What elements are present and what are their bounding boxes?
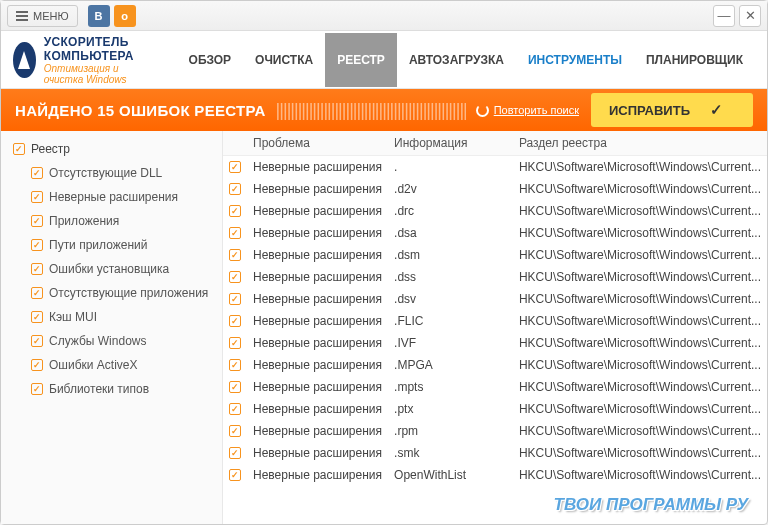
table-row[interactable]: Неверные расширения.dsvHKCU\Software\Mic… [223, 288, 767, 310]
table-row[interactable]: Неверные расширения.mptsHKCU\Software\Mi… [223, 376, 767, 398]
sidebar-item-label: Отсутствующие приложения [49, 286, 208, 300]
checkbox-icon[interactable] [229, 359, 241, 371]
minimize-button[interactable]: — [713, 5, 735, 27]
sidebar: Реестр Отсутствующие DLLНеверные расшире… [1, 131, 223, 524]
social-buttons: B o [88, 5, 136, 27]
table-row[interactable]: Неверные расширения.d2vHKCU\Software\Mic… [223, 178, 767, 200]
checkbox-icon[interactable] [229, 161, 241, 173]
table-row[interactable]: Неверные расширенияOpenWithListHKCU\Soft… [223, 464, 767, 486]
cell-problem: Неверные расширения [247, 376, 388, 398]
cell-section: HKCU\Software\Microsoft\Windows\Current.… [513, 354, 767, 376]
sidebar-header[interactable]: Реестр [1, 137, 222, 161]
results-panel: Проблема Информация Раздел реестра Невер… [223, 131, 767, 524]
sidebar-item[interactable]: Библиотеки типов [1, 377, 222, 401]
checkbox-icon[interactable] [229, 425, 241, 437]
checkbox-icon[interactable] [13, 143, 25, 155]
sidebar-item[interactable]: Кэш MUI [1, 305, 222, 329]
table-row[interactable]: Неверные расширения.drcHKCU\Software\Mic… [223, 200, 767, 222]
cell-problem: Неверные расширения [247, 200, 388, 222]
checkbox-icon[interactable] [31, 359, 43, 371]
sidebar-item[interactable]: Неверные расширения [1, 185, 222, 209]
checkbox-icon[interactable] [229, 271, 241, 283]
sidebar-item[interactable]: Ошибки установщика [1, 257, 222, 281]
table-row[interactable]: Неверные расширения.ptxHKCU\Software\Mic… [223, 398, 767, 420]
close-button[interactable]: ✕ [739, 5, 761, 27]
titlebar: МЕНЮ B o — ✕ [1, 1, 767, 31]
checkbox-icon[interactable] [31, 239, 43, 251]
window-controls: — ✕ [713, 5, 761, 27]
nav-tools[interactable]: ИНСТРУМЕНТЫ [516, 33, 634, 87]
table-row[interactable]: Неверные расширения.HKCU\Software\Micros… [223, 156, 767, 179]
cell-info: .mpts [388, 376, 513, 398]
sidebar-item-label: Библиотеки типов [49, 382, 149, 396]
table-row[interactable]: Неверные расширения.FLICHKCU\Software\Mi… [223, 310, 767, 332]
table-row[interactable]: Неверные расширения.smkHKCU\Software\Mic… [223, 442, 767, 464]
cell-info: .drc [388, 200, 513, 222]
table-row[interactable]: Неверные расширения.MPGAHKCU\Software\Mi… [223, 354, 767, 376]
checkbox-icon[interactable] [229, 249, 241, 261]
col-checkbox [223, 131, 247, 156]
nav-autostart[interactable]: АВТОЗАГРУЗКА [397, 33, 516, 87]
nav-overview[interactable]: ОБЗОР [177, 33, 244, 87]
cell-problem: Неверные расширения [247, 156, 388, 179]
checkbox-icon[interactable] [229, 205, 241, 217]
sidebar-item-label: Отсутствующие DLL [49, 166, 162, 180]
sidebar-item[interactable]: Отсутствующие приложения [1, 281, 222, 305]
sidebar-item[interactable]: Пути приложений [1, 233, 222, 257]
nav-registry[interactable]: РЕЕСТР [325, 33, 397, 87]
checkbox-icon[interactable] [229, 183, 241, 195]
repeat-search-link[interactable]: Повторить поиск [476, 104, 579, 117]
cell-problem: Неверные расширения [247, 178, 388, 200]
checkbox-icon[interactable] [229, 381, 241, 393]
sidebar-item[interactable]: Ошибки ActiveX [1, 353, 222, 377]
sidebar-item-label: Пути приложений [49, 238, 147, 252]
checkbox-icon[interactable] [31, 311, 43, 323]
sidebar-item[interactable]: Приложения [1, 209, 222, 233]
ok-button[interactable]: o [114, 5, 136, 27]
menu-button[interactable]: МЕНЮ [7, 5, 78, 27]
col-section[interactable]: Раздел реестра [513, 131, 767, 156]
nav-scheduler[interactable]: ПЛАНИРОВЩИК [634, 33, 755, 87]
checkbox-icon[interactable] [229, 293, 241, 305]
table-row[interactable]: Неверные расширения.dssHKCU\Software\Mic… [223, 266, 767, 288]
cell-problem: Неверные расширения [247, 398, 388, 420]
checkbox-icon[interactable] [229, 469, 241, 481]
cell-info: .IVF [388, 332, 513, 354]
checkbox-icon[interactable] [229, 315, 241, 327]
results-table: Проблема Информация Раздел реестра Невер… [223, 131, 767, 486]
checkbox-icon[interactable] [31, 335, 43, 347]
cell-section: HKCU\Software\Microsoft\Windows\Current.… [513, 288, 767, 310]
checkbox-icon[interactable] [31, 167, 43, 179]
cell-info: .dsm [388, 244, 513, 266]
table-row[interactable]: Неверные расширения.IVFHKCU\Software\Mic… [223, 332, 767, 354]
sidebar-item[interactable]: Отсутствующие DLL [1, 161, 222, 185]
table-row[interactable]: Неверные расширения.rpmHKCU\Software\Mic… [223, 420, 767, 442]
checkbox-icon[interactable] [229, 337, 241, 349]
cell-info: .MPGA [388, 354, 513, 376]
col-problem[interactable]: Проблема [247, 131, 388, 156]
checkbox-icon[interactable] [31, 215, 43, 227]
fix-button[interactable]: ИСПРАВИТЬ ✓ [591, 93, 753, 127]
vk-button[interactable]: B [88, 5, 110, 27]
cell-problem: Неверные расширения [247, 244, 388, 266]
checkbox-icon[interactable] [229, 447, 241, 459]
checkbox-icon[interactable] [31, 191, 43, 203]
fix-label: ИСПРАВИТЬ [609, 103, 690, 118]
checkbox-icon[interactable] [229, 227, 241, 239]
col-info[interactable]: Информация [388, 131, 513, 156]
cell-info: .d2v [388, 178, 513, 200]
sidebar-item[interactable]: Службы Windows [1, 329, 222, 353]
cell-section: HKCU\Software\Microsoft\Windows\Current.… [513, 398, 767, 420]
checkbox-icon[interactable] [31, 383, 43, 395]
table-row[interactable]: Неверные расширения.dsaHKCU\Software\Mic… [223, 222, 767, 244]
cell-section: HKCU\Software\Microsoft\Windows\Current.… [513, 222, 767, 244]
nav-cleanup[interactable]: ОЧИСТКА [243, 33, 325, 87]
checkbox-icon[interactable] [31, 263, 43, 275]
logo-title: УСКОРИТЕЛЬ КОМПЬЮТЕРА [44, 35, 157, 63]
checkbox-icon[interactable] [229, 403, 241, 415]
cell-problem: Неверные расширения [247, 332, 388, 354]
table-row[interactable]: Неверные расширения.dsmHKCU\Software\Mic… [223, 244, 767, 266]
cell-section: HKCU\Software\Microsoft\Windows\Current.… [513, 156, 767, 179]
checkbox-icon[interactable] [31, 287, 43, 299]
logo: УСКОРИТЕЛЬ КОМПЬЮТЕРА Оптимизация и очис… [13, 35, 157, 85]
